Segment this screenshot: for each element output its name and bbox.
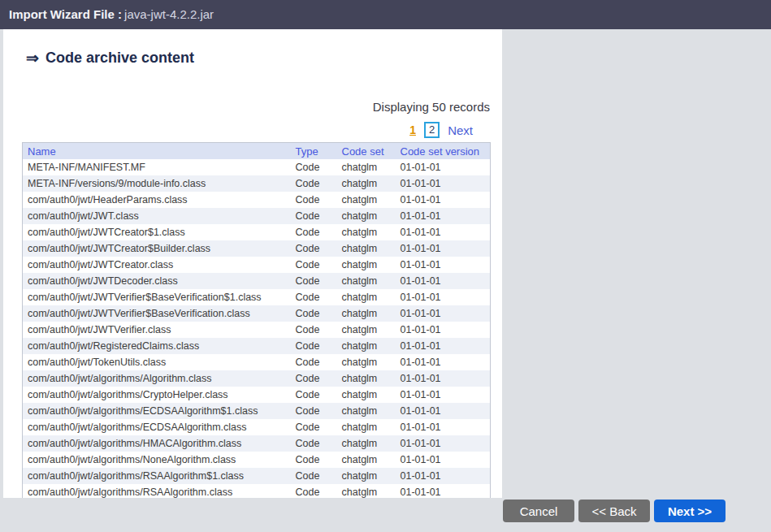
cell-name: META-INF/versions/9/module-info.class — [23, 175, 291, 192]
cell-name: com/auth0/jwt/HeaderParams.class — [23, 192, 291, 208]
cell-name: com/auth0/jwt/JWTCreator$1.class — [23, 224, 291, 240]
cell-name: com/auth0/jwt/algorithms/HMACAlgorithm.c… — [23, 435, 291, 452]
cell-code_set: chatglm — [337, 468, 396, 484]
table-row: com/auth0/jwt/algorithms/ECDSAAlgorithm$… — [23, 403, 491, 419]
table-row: com/auth0/jwt/TokenUtils.classCodechatgl… — [23, 354, 491, 370]
cell-type: Code — [291, 403, 337, 419]
cell-name: com/auth0/jwt/JWTVerifier$BaseVerificati… — [23, 305, 291, 322]
cell-type: Code — [291, 484, 337, 498]
cell-name: com/auth0/jwt/JWTDecoder.class — [23, 273, 291, 289]
next-button[interactable]: Next >> — [654, 500, 726, 522]
cell-version: 01-01-01 — [396, 452, 491, 468]
cell-version: 01-01-01 — [396, 159, 491, 175]
table-row: com/auth0/jwt/JWTVerifier$BaseVerificati… — [23, 305, 491, 322]
cell-name: com/auth0/jwt/JWTVerifier$BaseVerificati… — [23, 289, 291, 305]
cell-type: Code — [291, 322, 337, 338]
cell-name: com/auth0/jwt/RegisteredClaims.class — [23, 338, 291, 354]
cell-type: Code — [291, 159, 337, 175]
cell-code_set: chatglm — [337, 484, 396, 498]
cell-type: Code — [291, 305, 337, 322]
cell-code_set: chatglm — [337, 289, 396, 305]
cell-code_set: chatglm — [337, 338, 396, 354]
cell-type: Code — [291, 370, 337, 387]
content-panel: ⇒ Code archive content Displaying 50 rec… — [3, 29, 502, 498]
wizard-buttons: Cancel << Back Next >> — [503, 500, 726, 522]
imported-filename: java-jwt-4.2.2.jar — [124, 7, 214, 21]
cell-name: com/auth0/jwt/JWTCreator.class — [23, 257, 291, 273]
cell-version: 01-01-01 — [396, 435, 491, 452]
cell-version: 01-01-01 — [396, 387, 491, 403]
archive-table: Name Type Code set Code set version META… — [22, 142, 491, 498]
double-arrow-icon: ⇒ — [26, 49, 39, 67]
section-heading: ⇒ Code archive content — [26, 49, 194, 67]
cell-name: com/auth0/jwt/algorithms/NoneAlgorithm.c… — [23, 452, 291, 468]
column-header-code-set-version[interactable]: Code set version — [396, 143, 491, 160]
cell-type: Code — [291, 175, 337, 192]
table-row: com/auth0/jwt/JWTDecoder.classCodechatgl… — [23, 273, 491, 289]
cell-type: Code — [291, 435, 337, 452]
table-row: com/auth0/jwt/JWTVerifier$BaseVerificati… — [23, 289, 491, 305]
cell-name: com/auth0/jwt/algorithms/RSAAlgorithm$1.… — [23, 468, 291, 484]
table-row: com/auth0/jwt/algorithms/RSAAlgorithm$1.… — [23, 468, 491, 484]
page-2-current[interactable]: 2 — [424, 122, 440, 138]
cell-name: com/auth0/jwt/algorithms/CryptoHelper.cl… — [23, 387, 291, 403]
cell-type: Code — [291, 273, 337, 289]
page-1-link[interactable]: 1 — [409, 123, 416, 136]
back-button[interactable]: << Back — [578, 500, 650, 522]
table-row: com/auth0/jwt/algorithms/RSAAlgorithm.cl… — [23, 484, 491, 498]
cell-name: com/auth0/jwt/algorithms/Algorithm.class — [23, 370, 291, 387]
table-row: META-INF/versions/9/module-info.classCod… — [23, 175, 491, 192]
cell-version: 01-01-01 — [396, 468, 491, 484]
next-page-link[interactable]: Next — [448, 123, 473, 137]
cell-version: 01-01-01 — [396, 305, 491, 322]
cancel-button[interactable]: Cancel — [503, 500, 574, 522]
cell-code_set: chatglm — [337, 435, 396, 452]
cell-name: com/auth0/jwt/JWT.class — [23, 208, 291, 224]
section-heading-text: Code archive content — [45, 50, 194, 67]
table-row: com/auth0/jwt/RegisteredClaims.classCode… — [23, 338, 491, 354]
cell-version: 01-01-01 — [396, 419, 491, 435]
table-row: com/auth0/jwt/JWT.classCodechatglm01-01-… — [23, 208, 491, 224]
cell-type: Code — [291, 387, 337, 403]
cell-name: com/auth0/jwt/JWTCreator$Builder.class — [23, 240, 291, 257]
titlebar: Import Wizard File :java-jwt-4.2.2.jar — [0, 0, 771, 29]
cell-name: com/auth0/jwt/TokenUtils.class — [23, 354, 291, 370]
cell-code_set: chatglm — [337, 403, 396, 419]
cell-version: 01-01-01 — [396, 240, 491, 257]
cell-code_set: chatglm — [337, 257, 396, 273]
table-row: com/auth0/jwt/JWTCreator.classCodechatgl… — [23, 257, 491, 273]
cell-type: Code — [291, 468, 337, 484]
cell-version: 01-01-01 — [396, 289, 491, 305]
cell-code_set: chatglm — [337, 387, 396, 403]
cell-type: Code — [291, 452, 337, 468]
cell-code_set: chatglm — [337, 370, 396, 387]
column-header-type[interactable]: Type — [291, 143, 337, 160]
cell-version: 01-01-01 — [396, 273, 491, 289]
column-header-code-set[interactable]: Code set — [337, 143, 396, 160]
cell-code_set: chatglm — [337, 273, 396, 289]
cell-version: 01-01-01 — [396, 192, 491, 208]
cell-version: 01-01-01 — [396, 175, 491, 192]
cell-type: Code — [291, 289, 337, 305]
cell-version: 01-01-01 — [396, 338, 491, 354]
cell-code_set: chatglm — [337, 208, 396, 224]
cell-version: 01-01-01 — [396, 403, 491, 419]
cell-code_set: chatglm — [337, 175, 396, 192]
cell-code_set: chatglm — [337, 240, 396, 257]
table-header-row: Name Type Code set Code set version — [23, 143, 491, 160]
cell-name: com/auth0/jwt/algorithms/ECDSAAlgorithm$… — [23, 403, 291, 419]
window-title: Import Wizard File : — [9, 7, 122, 21]
table-row: META-INF/MANIFEST.MFCodechatglm01-01-01 — [23, 159, 491, 175]
table-row: com/auth0/jwt/JWTVerifier.classCodechatg… — [23, 322, 491, 338]
cell-code_set: chatglm — [337, 159, 396, 175]
cell-version: 01-01-01 — [396, 370, 491, 387]
table-row: com/auth0/jwt/algorithms/CryptoHelper.cl… — [23, 387, 491, 403]
column-header-name[interactable]: Name — [23, 143, 291, 160]
cell-type: Code — [291, 224, 337, 240]
cell-code_set: chatglm — [337, 305, 396, 322]
records-count: Displaying 50 records — [373, 100, 490, 114]
cell-version: 01-01-01 — [396, 224, 491, 240]
table-row: com/auth0/jwt/algorithms/NoneAlgorithm.c… — [23, 452, 491, 468]
cell-code_set: chatglm — [337, 224, 396, 240]
cell-type: Code — [291, 419, 337, 435]
